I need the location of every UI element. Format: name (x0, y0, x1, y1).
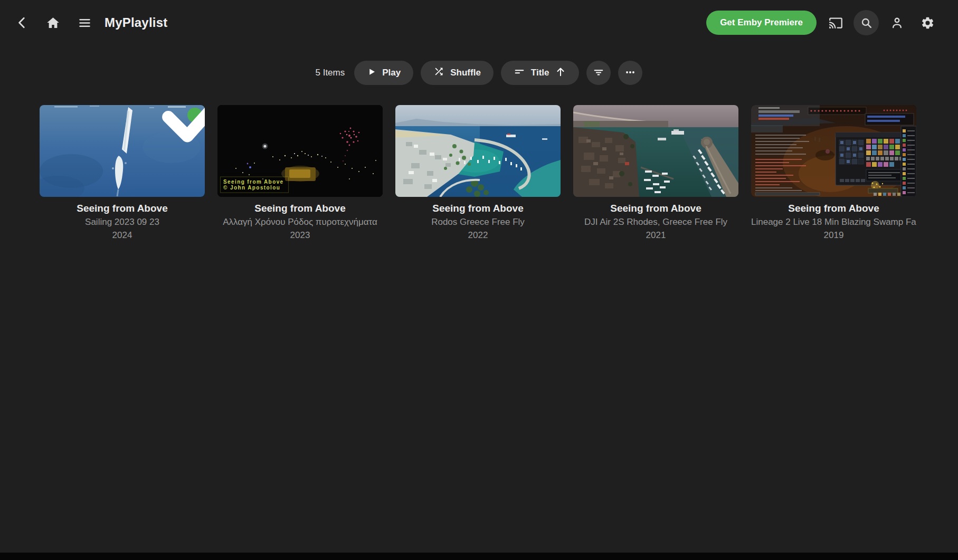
card-year: 2021 (573, 229, 738, 242)
card-title[interactable]: Seeing from Above (573, 202, 738, 215)
card-year: 2024 (40, 229, 205, 242)
page-title: MyPlaylist (105, 15, 167, 30)
filter-icon (593, 67, 604, 80)
sort-button[interactable]: Title (501, 61, 580, 85)
coastal-town-thumbnail-art (395, 105, 561, 197)
card-subtitle: DJI Air 2S Rhodes, Greece Free Fly (573, 215, 738, 229)
card-title[interactable]: Seeing from Above (217, 202, 383, 215)
card-year: 2019 (751, 229, 916, 242)
emby-app-window: MyPlaylist Get Emby Premiere 5 Items (0, 0, 958, 560)
playlist-card-4[interactable]: Seeing from Above DJI Air 2S Rhodes, Gre… (573, 105, 738, 242)
home-button[interactable] (42, 12, 63, 33)
thumbnail-watermark-line1: Seeing from Above (223, 179, 284, 185)
play-icon (367, 67, 376, 79)
sort-button-label: Title (531, 68, 549, 78)
more-horizontal-icon (624, 67, 636, 80)
shuffle-icon (433, 66, 444, 80)
card-title[interactable]: Seeing from Above (751, 202, 916, 215)
card-thumbnail[interactable] (40, 105, 205, 197)
more-button[interactable] (618, 61, 642, 85)
home-icon (46, 16, 60, 30)
settings-button[interactable] (917, 12, 938, 33)
card-thumbnail[interactable] (573, 105, 738, 197)
card-year: 2023 (217, 229, 383, 242)
playlist-toolbar: 5 Items Play Shuffle Title (0, 61, 958, 85)
card-title[interactable]: Seeing from Above (40, 202, 205, 215)
back-button[interactable] (12, 12, 33, 33)
hamburger-menu-icon (78, 16, 92, 30)
card-thumbnail[interactable]: Seeing from Above © John Apostolou (217, 105, 383, 197)
dusk-harbor-thumbnail-art (573, 105, 738, 197)
check-icon (112, 105, 205, 161)
playlist-card-1[interactable]: Seeing from Above Sailing 2023 09 23 202… (40, 105, 205, 242)
search-button[interactable] (853, 10, 879, 35)
items-count-label: 5 Items (316, 68, 345, 78)
card-subtitle: Sailing 2023 09 23 (40, 215, 205, 229)
top-app-bar: MyPlaylist Get Emby Premiere (0, 0, 958, 45)
cast-button[interactable] (825, 12, 846, 33)
shuffle-button-label: Shuffle (450, 68, 481, 78)
play-button[interactable]: Play (354, 61, 413, 85)
playlist-items-row: Seeing from Above Sailing 2023 09 23 202… (0, 105, 958, 242)
sort-lines-icon (514, 66, 525, 80)
card-title[interactable]: Seeing from Above (395, 202, 561, 215)
card-subtitle: Lineage 2 Live 18 Min Blazing Swamp Fa (751, 215, 916, 229)
user-button[interactable] (886, 12, 907, 33)
thumbnail-watermark-line2: © John Apostolou (223, 185, 280, 191)
menu-button[interactable] (74, 12, 95, 33)
arrow-up-icon (555, 66, 566, 80)
bottom-black-bar (0, 553, 958, 560)
playlist-card-2[interactable]: Seeing from Above © John Apostolou Seein… (217, 105, 383, 242)
play-button-label: Play (382, 68, 401, 78)
game-screenshot-thumbnail-art (751, 105, 916, 197)
playlist-card-3[interactable]: Seeing from Above Rodos Greece Free Fly … (395, 105, 561, 242)
settings-gear-icon (921, 16, 935, 30)
cast-icon (829, 16, 843, 30)
user-icon (890, 16, 904, 30)
watched-badge (187, 108, 202, 122)
shuffle-button[interactable]: Shuffle (421, 61, 494, 85)
card-subtitle: Rodos Greece Free Fly (395, 215, 561, 229)
card-year: 2022 (395, 229, 561, 242)
card-thumbnail[interactable] (751, 105, 916, 197)
card-thumbnail[interactable] (395, 105, 561, 197)
get-emby-premiere-button[interactable]: Get Emby Premiere (706, 11, 817, 35)
chevron-left-icon (15, 16, 29, 30)
card-subtitle: Αλλαγή Χρόνου Ρόδος πυροτεχνήματα (217, 215, 383, 229)
playlist-card-5[interactable]: Seeing from Above Lineage 2 Live 18 Min … (751, 105, 916, 242)
filter-button[interactable] (586, 61, 611, 85)
search-icon (860, 16, 873, 30)
fireworks-thumbnail-art: Seeing from Above © John Apostolou (217, 105, 383, 197)
